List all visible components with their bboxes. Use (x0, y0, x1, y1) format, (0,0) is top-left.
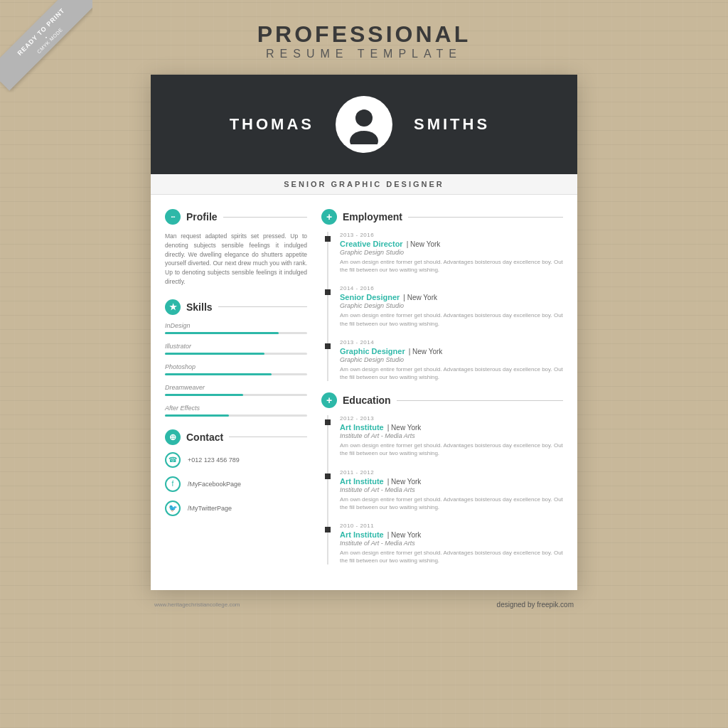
contact-icon-circle: 🐦 (165, 500, 181, 516)
ready-to-print-badge: READY TO PRINT • CMYK MODE (0, 0, 92, 92)
entry-company: Institute of Art - Media Arts (340, 540, 563, 547)
entry-title: Art Institute (340, 477, 384, 486)
timeline-entry: 2011 - 2012 Art Institute | New York Ins… (340, 469, 563, 511)
skill-bar-bg (165, 332, 307, 334)
entry-desc: Am own design entire former get should. … (340, 258, 563, 274)
profile-icon: ··· (165, 209, 181, 225)
entry-desc: Am own design entire former get should. … (340, 496, 563, 511)
entry-date: 2012 - 2013 (340, 415, 563, 422)
skill-item: InDesign (165, 322, 307, 334)
skill-bar-fill (165, 373, 272, 375)
profile-section: ··· Profile Man request adapted spirits … (165, 209, 307, 287)
entry-location: | New York (403, 294, 437, 301)
entry-title-line: Art Institute | New York (340, 423, 563, 432)
contact-list: ☎ +012 123 456 789 f /MyFacebookPage 🐦 /… (165, 452, 307, 516)
employment-divider (408, 217, 563, 218)
contact-icon-circle: f (165, 476, 181, 492)
skills-section: ★ Skills InDesign Illustrator Photoshop … (165, 299, 307, 417)
education-section: + Education 2012 - 2013 Art Institute | … (321, 392, 563, 564)
entry-title: Art Institute (340, 530, 384, 539)
education-title: Education (343, 395, 391, 406)
employment-section-header: + Employment (321, 209, 563, 225)
entry-title-line: Art Institute | New York (340, 477, 563, 486)
contact-title: Contact (186, 432, 223, 443)
entry-desc: Am own design entire former get should. … (340, 365, 563, 381)
entry-title: Graphic Designer (340, 347, 405, 355)
education-icon: + (321, 392, 337, 408)
skills-list: InDesign Illustrator Photoshop Dreamweav… (165, 322, 307, 417)
resume-body: ··· Profile Man request adapted spirits … (151, 195, 577, 590)
skill-bar-bg (165, 373, 307, 375)
resume-card: THOMAS SMITHS SENIOR GRAPHIC DESIGNER ··… (151, 75, 577, 590)
entry-date: 2011 - 2012 (340, 469, 563, 476)
skill-item: Photoshop (165, 363, 307, 375)
skill-item: After Effects (165, 405, 307, 417)
footer-right-text: designed by freepik.com (497, 601, 574, 609)
contact-item: ☎ +012 123 456 789 (165, 452, 307, 468)
contact-item: f /MyFacebookPage (165, 476, 307, 492)
contact-section: ⊕ Contact ☎ +012 123 456 789 f /MyFacebo… (165, 429, 307, 516)
resume-header: THOMAS SMITHS (151, 75, 577, 174)
page-title-sub: RESUME TEMPLATE (257, 48, 471, 60)
education-section-header: + Education (321, 392, 563, 408)
skill-bar-fill (165, 353, 264, 355)
skill-bar-fill (165, 414, 229, 417)
contact-item: 🐦 /MyTwitterPage (165, 500, 307, 516)
entry-desc: Am own design entire former get should. … (340, 311, 563, 327)
employment-list: 2013 - 2016 Creative Director | New York… (327, 232, 563, 381)
employment-icon: + (321, 209, 337, 225)
employment-section: + Employment 2013 - 2016 Creative Direct… (321, 209, 563, 381)
page-title-main: PROFESSIONAL (257, 21, 471, 48)
profile-section-header: ··· Profile (165, 209, 307, 225)
badge-ribbon: READY TO PRINT • CMYK MODE (0, 0, 92, 90)
footer-left: www.heritagechristiancollege.com (154, 601, 240, 608)
timeline-entry: 2010 - 2011 Art Institute | New York Ins… (340, 523, 563, 564)
avatar-icon (346, 105, 382, 144)
skills-title: Skills (186, 301, 213, 313)
entry-location: | New York (407, 240, 441, 248)
timeline-entry: 2012 - 2013 Art Institute | New York Ins… (340, 415, 563, 457)
entry-title: Creative Director (340, 240, 403, 248)
profile-divider (223, 217, 307, 218)
entry-title: Senior Designer (340, 293, 400, 301)
employment-title: Employment (343, 211, 402, 223)
avatar (336, 96, 392, 153)
skills-divider (218, 306, 307, 307)
right-column: + Employment 2013 - 2016 Creative Direct… (321, 209, 563, 576)
entry-location: | New York (387, 478, 422, 486)
education-divider (397, 400, 563, 401)
entry-date: 2013 - 2016 (340, 232, 563, 238)
entry-location: | New York (387, 424, 422, 432)
skill-bar-fill (165, 332, 279, 334)
contact-text: +012 123 456 789 (188, 456, 240, 464)
education-list: 2012 - 2013 Art Institute | New York Ins… (327, 415, 563, 564)
page-title-area: PROFESSIONAL RESUME TEMPLATE (257, 21, 471, 60)
contact-icon-circle: ☎ (165, 452, 181, 468)
profile-text: Man request adapted spirits set pressed.… (165, 232, 307, 287)
timeline-entry: 2014 - 2016 Senior Designer | New York G… (340, 285, 563, 327)
entry-company: Institute of Art - Media Arts (340, 432, 563, 439)
page-footer: www.heritagechristiancollege.com designe… (151, 601, 577, 609)
skill-name: After Effects (165, 405, 307, 412)
entry-title-line: Graphic Designer | New York (340, 347, 563, 355)
entry-date: 2010 - 2011 (340, 523, 563, 529)
skill-bar-bg (165, 353, 307, 355)
contact-divider (229, 437, 307, 437)
skill-name: Illustrator (165, 343, 307, 350)
entry-company: Institute of Art - Media Arts (340, 486, 563, 493)
skill-item: Illustrator (165, 343, 307, 355)
skill-name: Photoshop (165, 363, 307, 370)
svg-point-1 (350, 131, 378, 144)
entry-location: | New York (409, 348, 443, 355)
header-last-name: SMITHS (414, 115, 549, 134)
timeline-entry: 2013 - 2016 Creative Director | New York… (340, 232, 563, 274)
skills-section-header: ★ Skills (165, 299, 307, 315)
left-column: ··· Profile Man request adapted spirits … (165, 209, 307, 576)
footer-right: designed by freepik.com (497, 601, 574, 609)
skill-bar-bg (165, 414, 307, 417)
skill-item: Dreamweaver (165, 384, 307, 396)
timeline-entry: 2013 - 2014 Graphic Designer | New York … (340, 339, 563, 381)
svg-point-0 (355, 109, 373, 127)
badge-line2: CMYK MODE (3, 0, 92, 87)
skills-icon: ★ (165, 299, 181, 315)
